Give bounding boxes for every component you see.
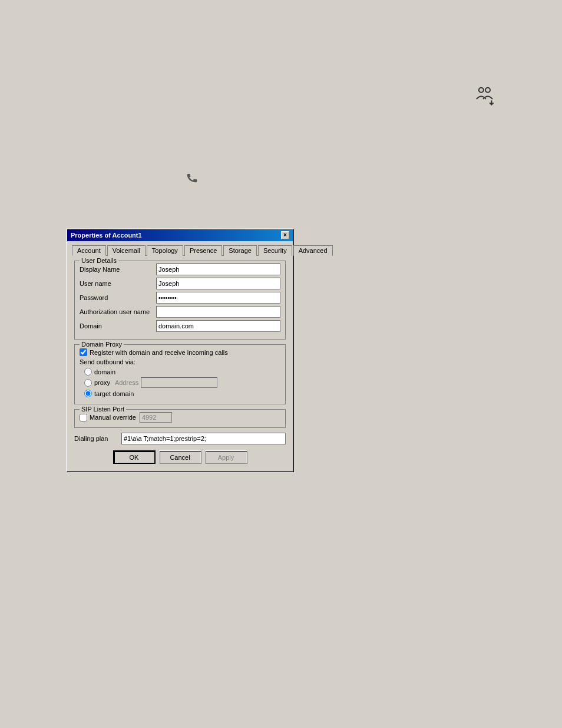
radio-target-domain-label: target domain: [94, 390, 134, 397]
radio-domain[interactable]: [84, 368, 92, 375]
domain-row: Domain: [80, 320, 280, 332]
handset-icon: [186, 171, 199, 185]
button-row: OK Cancel Apply: [74, 450, 286, 464]
radio-proxy[interactable]: [84, 379, 92, 387]
auth-user-name-row: Authorization user name: [80, 306, 280, 318]
tab-account[interactable]: Account: [72, 245, 106, 256]
register-checkbox[interactable]: [80, 348, 87, 356]
proxy-address-input[interactable]: [141, 377, 217, 388]
dialing-plan-label: Dialing plan: [74, 435, 121, 442]
radio-domain-label: domain: [94, 368, 115, 375]
user-name-input[interactable]: [156, 278, 280, 289]
tab-presence[interactable]: Presence: [184, 245, 222, 256]
apply-button[interactable]: Apply: [205, 450, 247, 464]
domain-proxy-group: Domain Proxy Register with domain and re…: [74, 344, 286, 404]
radio-target-domain-row: target domain: [80, 390, 280, 397]
sip-listen-port-group: SIP Listen Port Manual override: [74, 409, 286, 428]
sip-row: Manual override: [80, 412, 280, 423]
password-label: Password: [80, 294, 156, 301]
close-button[interactable]: ×: [281, 231, 289, 239]
send-outbound-label: Send outbound via:: [80, 358, 280, 365]
display-name-label: Display Name: [80, 266, 156, 273]
auth-user-name-label: Authorization user name: [80, 308, 156, 315]
user-name-row: User name: [80, 278, 280, 289]
auth-user-name-input[interactable]: [156, 306, 280, 318]
register-checkbox-row: Register with domain and receive incomin…: [80, 348, 280, 356]
tab-topology[interactable]: Topology: [147, 245, 183, 256]
tab-voicemail[interactable]: Voicemail: [107, 245, 146, 256]
manual-override-label: Manual override: [90, 414, 136, 421]
users-icon: [474, 83, 497, 107]
display-name-row: Display Name: [80, 263, 280, 275]
password-input[interactable]: [156, 292, 280, 304]
cancel-button[interactable]: Cancel: [159, 450, 201, 464]
user-details-label: User Details: [80, 257, 118, 264]
sip-listen-port-label: SIP Listen Port: [80, 406, 126, 413]
radio-target-domain[interactable]: [84, 390, 92, 397]
tab-advanced[interactable]: Advanced: [293, 245, 333, 256]
manual-override-checkbox[interactable]: [80, 414, 87, 421]
dialog-titlebar: Properties of Account1 ×: [67, 229, 293, 241]
tab-storage[interactable]: Storage: [223, 245, 257, 256]
account-tab-content: User Details Display Name User name Pass…: [72, 256, 288, 466]
display-name-input[interactable]: [156, 263, 280, 275]
tab-bar: Account Voicemail Topology Presence Stor…: [72, 245, 288, 256]
desktop: Properties of Account1 × Account Voicema…: [0, 0, 562, 728]
password-row: Password: [80, 292, 280, 304]
address-label: Address: [115, 379, 138, 386]
svg-point-0: [479, 88, 484, 93]
domain-proxy-label: Domain Proxy: [80, 341, 124, 348]
domain-label: Domain: [80, 322, 156, 330]
user-name-label: User name: [80, 280, 156, 287]
sip-port-input: [140, 412, 172, 423]
radio-proxy-row: proxy Address: [80, 377, 280, 388]
dialog-title: Properties of Account1: [71, 232, 281, 239]
radio-domain-row: domain: [80, 368, 280, 375]
properties-dialog: Properties of Account1 × Account Voicema…: [67, 229, 293, 472]
tab-security[interactable]: Security: [258, 245, 292, 256]
dialog-content: Account Voicemail Topology Presence Stor…: [67, 241, 293, 471]
dialing-plan-row: Dialing plan: [74, 433, 286, 444]
user-details-group: User Details Display Name User name Pass…: [74, 261, 286, 340]
radio-proxy-label: proxy: [94, 379, 110, 386]
register-checkbox-label: Register with domain and receive incomin…: [90, 349, 228, 356]
svg-point-1: [485, 88, 490, 93]
domain-input[interactable]: [156, 320, 280, 332]
dialing-plan-input[interactable]: [121, 433, 286, 444]
ok-button[interactable]: OK: [113, 450, 156, 464]
